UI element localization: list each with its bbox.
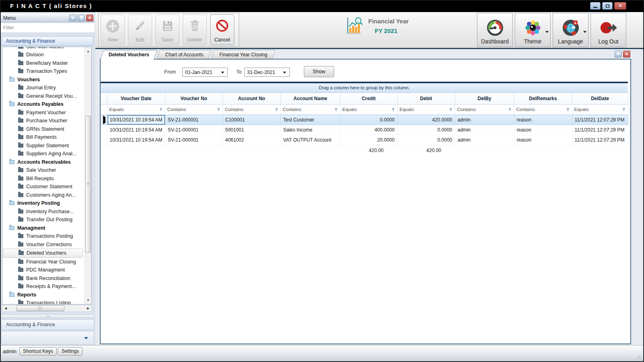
- cell-delremarks[interactable]: reason: [514, 125, 572, 135]
- sidebar-splitter[interactable]: [1, 315, 95, 318]
- show-button[interactable]: Show: [304, 66, 334, 77]
- delete-button[interactable]: Delete: [183, 14, 207, 45]
- table-row[interactable]: 10/31/2021 10:19:54 AM SV-21-000001 C100…: [101, 115, 628, 125]
- tree-item-customer-statement[interactable]: Customer Statement: [2, 183, 85, 191]
- filter-delby[interactable]: Contains:: [455, 104, 514, 115]
- new-button[interactable]: New: [101, 14, 125, 45]
- tab-chart-of-accounts[interactable]: Chart of Accounts: [158, 50, 210, 59]
- maximize-button[interactable]: [602, 2, 613, 10]
- filter-funnel-icon[interactable]: [449, 108, 453, 111]
- filter-debit[interactable]: Equals:: [397, 104, 455, 115]
- filter-account-no[interactable]: Contains:: [223, 104, 281, 115]
- filter-funnel-icon[interactable]: [392, 108, 395, 111]
- tree-group-managment[interactable]: Managment: [2, 224, 85, 232]
- filter-account-name[interactable]: Contains:: [281, 104, 340, 115]
- filter-funnel-icon[interactable]: [275, 108, 279, 111]
- tree-item-purchase-voucher[interactable]: Purchase Voucher: [2, 117, 85, 125]
- cell-delremarks[interactable]: reason: [514, 115, 572, 125]
- cell-voucher-no[interactable]: SV-21-000001: [165, 125, 223, 135]
- cell-account-name[interactable]: Test Customer: [281, 115, 340, 125]
- tab-financial-year-closing[interactable]: Financial Year Closing: [213, 50, 274, 59]
- cancel-button[interactable]: Cancel: [210, 14, 234, 45]
- edit-button[interactable]: Edit: [128, 14, 152, 45]
- tree-item-transactions-posting[interactable]: Transactions Posting: [2, 232, 85, 241]
- cell-credit[interactable]: 0.0000: [340, 115, 397, 125]
- tree-item-bank-reconciliation[interactable]: Bank Reconciliation: [2, 274, 85, 283]
- tree-item-transaction-types[interactable]: Transaction Types: [2, 67, 85, 76]
- scrollbar-thumb[interactable]: [85, 116, 91, 253]
- scroll-down-icon[interactable]: ▼: [85, 297, 91, 303]
- cell-voucher-date[interactable]: 10/31/2021 10:19:54 AM: [107, 135, 165, 145]
- tree-group-accounts-payables[interactable]: Accounts Payables: [2, 100, 85, 109]
- module-nav-expander[interactable]: [1, 331, 94, 345]
- cell-account-no[interactable]: 4061002: [223, 135, 281, 145]
- tree-item-deleted-vouchers-selected[interactable]: Deleted Vouchers: [4, 249, 83, 257]
- menu-collapse-button[interactable]: [69, 14, 76, 21]
- tree-item-transfer-out-posting[interactable]: Transfer Out Posting: [2, 216, 85, 224]
- tree-item-sale-man-master[interactable]: Sale Man Master: [2, 47, 85, 51]
- tree-item-division[interactable]: Division: [2, 51, 85, 59]
- filter-credit[interactable]: Equals:: [340, 104, 397, 115]
- tree-group-inventory-posting[interactable]: Inventory Posting: [2, 199, 85, 208]
- language-button[interactable]: A Language: [553, 13, 588, 47]
- col-header-debit[interactable]: Debit: [397, 93, 455, 104]
- col-header-deldate[interactable]: DelDate: [572, 93, 628, 104]
- filter-voucher-date[interactable]: Equals:: [107, 104, 165, 115]
- filter-delremarks[interactable]: Contains:: [514, 104, 572, 115]
- col-header-delby[interactable]: DelBy: [455, 93, 514, 104]
- cell-delby[interactable]: admin: [455, 115, 514, 125]
- scrollbar-thumb[interactable]: |||: [16, 305, 64, 311]
- table-row[interactable]: 10/31/2021 10:19:54 AM SV-21-000001 5001…: [101, 125, 628, 135]
- col-header-voucher-date[interactable]: Voucher Date: [107, 93, 165, 104]
- cell-deldate[interactable]: 11/1/2021 12:07:29 PM: [572, 115, 628, 125]
- cell-delby[interactable]: admin: [455, 135, 514, 145]
- tree-vertical-scrollbar[interactable]: ▲ ▼: [85, 47, 91, 304]
- col-header-voucher-no[interactable]: Voucher No: [165, 93, 223, 104]
- resize-grip[interactable]: [636, 354, 640, 358]
- settings-button[interactable]: Settings: [58, 347, 83, 356]
- tree-item-receipts-payments[interactable]: Receipts & Payment...: [2, 282, 85, 291]
- tree-item-supplier-statement[interactable]: Supplier Statement: [2, 142, 85, 150]
- filter-funnel-icon[interactable]: [508, 108, 512, 111]
- filter-deldate[interactable]: Equals:: [572, 104, 628, 115]
- cell-delby[interactable]: admin: [455, 125, 514, 135]
- cell-account-no[interactable]: 5001001: [223, 125, 281, 135]
- filter-funnel-icon[interactable]: [566, 108, 570, 111]
- filter-funnel-icon[interactable]: [217, 108, 221, 111]
- tree-horizontal-scrollbar[interactable]: ◀ ||| ▶: [2, 305, 92, 312]
- filter-funnel-icon[interactable]: [622, 108, 626, 111]
- theme-button[interactable]: Theme: [515, 13, 551, 47]
- tree-item-bill-receipts[interactable]: Bill Receipts: [2, 175, 85, 183]
- tree-item-pdc-managment[interactable]: PDC Managment: [2, 266, 85, 274]
- tree-item-beneficiary-master[interactable]: Beneficiary Master: [2, 59, 85, 68]
- cell-voucher-date[interactable]: 10/31/2021 10:19:54 AM: [107, 125, 165, 135]
- tree-item-sale-voucher[interactable]: Sale Voucher: [2, 166, 85, 175]
- tree-group-vouchers[interactable]: Vouchers: [2, 76, 85, 84]
- tree-item-journal-entry[interactable]: Journal Entry: [2, 84, 85, 92]
- cell-debit[interactable]: 0.0000: [397, 135, 455, 145]
- cell-credit[interactable]: 400.0000: [340, 125, 397, 135]
- filter-funnel-icon[interactable]: [159, 108, 163, 111]
- col-header-account-no[interactable]: Account No: [223, 93, 281, 104]
- cell-deldate[interactable]: 11/1/2021 12:07:29 PM: [572, 135, 628, 145]
- cell-voucher-no[interactable]: SV-21-000001: [165, 135, 223, 145]
- cell-credit[interactable]: 20.0000: [340, 135, 397, 145]
- logout-button[interactable]: Log Out: [590, 13, 626, 47]
- tab-close-button[interactable]: ✕: [623, 51, 630, 58]
- scroll-right-icon[interactable]: ▶: [85, 306, 91, 310]
- language-dropdown-arrow-icon[interactable]: [583, 31, 586, 33]
- shortcut-keys-button[interactable]: Shortcut Keys: [19, 347, 57, 356]
- tab-list-button[interactable]: [615, 51, 622, 58]
- cell-account-name[interactable]: Sales Income: [281, 125, 340, 135]
- scroll-left-icon[interactable]: ◀: [2, 306, 9, 310]
- col-header-account-name[interactable]: Account Name: [281, 93, 340, 104]
- module-nav-accounting-finance[interactable]: Accounting & Finance: [1, 319, 94, 330]
- cell-debit[interactable]: 420.0000: [397, 115, 455, 125]
- tree-group-reports[interactable]: Reports: [2, 291, 85, 299]
- tree-item-suppliers-aging-analysis[interactable]: Suppliers Aging Anal...: [2, 150, 85, 158]
- filter-funnel-icon[interactable]: [334, 108, 338, 111]
- tree-item-voucher-corrections[interactable]: Voucher Corrections: [2, 241, 85, 249]
- cell-account-name[interactable]: VAT OUTPUT Account: [281, 135, 340, 145]
- tab-deleted-vouchers[interactable]: Deleted Vouchers: [102, 50, 156, 60]
- from-date-combobox[interactable]: 01-Jan-2021: [182, 68, 228, 77]
